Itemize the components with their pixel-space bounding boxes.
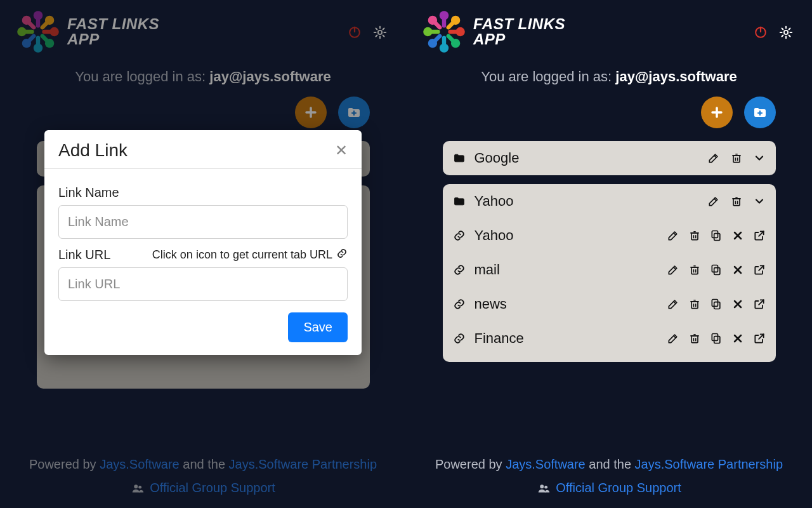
brand-text-1: FAST LINKS <box>473 17 565 32</box>
trash-icon[interactable] <box>730 152 743 164</box>
power-icon[interactable] <box>754 25 768 39</box>
label-link-url: Link URL <box>58 248 110 262</box>
svg-rect-57 <box>432 20 443 30</box>
open-external-icon[interactable] <box>753 264 766 276</box>
add-folder-button[interactable] <box>744 97 776 128</box>
close-icon[interactable] <box>731 264 744 276</box>
link-support[interactable]: Official Group Support <box>556 481 681 495</box>
save-button[interactable]: Save <box>288 312 348 342</box>
svg-rect-53 <box>432 33 443 44</box>
folder-icon <box>453 152 466 164</box>
folder-header[interactable]: Yahoo <box>443 184 776 218</box>
app-logo-icon <box>419 6 469 57</box>
folder-icon <box>453 195 466 208</box>
footer: Powered by Jays.Software and the Jays.So… <box>406 457 812 495</box>
link-name: news <box>475 296 658 312</box>
edit-icon[interactable] <box>667 264 679 276</box>
svg-rect-43 <box>442 17 446 28</box>
link-icon <box>453 298 466 311</box>
link-jays-partnership[interactable]: Jays.Software Partnership <box>635 457 783 471</box>
svg-rect-55 <box>429 30 440 34</box>
edit-icon[interactable] <box>667 298 679 311</box>
link-jays-software[interactable]: Jays.Software <box>506 457 586 471</box>
close-icon[interactable] <box>731 332 744 345</box>
chevron-down-icon[interactable] <box>753 195 766 208</box>
add-link-modal: Add Link ✕ Link Name Link URL Click on i… <box>44 130 362 355</box>
brand-text-2: APP <box>473 32 565 47</box>
link-row: mail <box>453 253 766 287</box>
link-url-input[interactable] <box>58 267 348 301</box>
trash-icon[interactable] <box>730 195 743 208</box>
open-external-icon[interactable] <box>753 229 766 242</box>
grab-url-icon[interactable] <box>336 248 348 262</box>
svg-rect-49 <box>445 33 456 44</box>
label-link-name: Link Name <box>58 185 348 200</box>
link-name: Yahoo <box>475 227 658 244</box>
gear-icon[interactable] <box>779 25 793 39</box>
edit-icon[interactable] <box>707 195 720 208</box>
svg-rect-51 <box>442 36 446 47</box>
link-row: Yahoo <box>453 218 766 253</box>
link-name: Finance <box>475 330 658 347</box>
folder-card: YahooYahoomailnewsFinance <box>443 184 776 362</box>
copy-icon[interactable] <box>710 229 723 242</box>
link-icon <box>453 264 466 276</box>
close-icon[interactable] <box>731 229 744 242</box>
link-name-input[interactable] <box>58 205 348 239</box>
open-external-icon[interactable] <box>753 332 766 345</box>
edit-icon[interactable] <box>667 229 679 242</box>
modal-overlay[interactable]: Add Link ✕ Link Name Link URL Click on i… <box>0 0 406 508</box>
link-name: mail <box>475 262 658 278</box>
chevron-down-icon[interactable] <box>753 152 766 164</box>
edit-icon[interactable] <box>667 332 679 345</box>
login-status: You are logged in as: jay@jays.software <box>481 69 737 85</box>
trash-icon[interactable] <box>688 332 701 345</box>
link-icon <box>453 332 466 345</box>
folder-name: Google <box>475 150 698 166</box>
close-icon[interactable]: ✕ <box>335 142 348 159</box>
folder-header[interactable]: Google <box>443 141 776 175</box>
link-row: Finance <box>453 321 766 356</box>
pane-main: FAST LINKS APP You are logged in as: jay… <box>406 0 812 508</box>
trash-icon[interactable] <box>688 229 701 242</box>
users-icon <box>537 481 551 495</box>
folder-card: Google <box>443 141 776 175</box>
modal-title: Add Link <box>58 140 128 161</box>
copy-icon[interactable] <box>710 264 723 276</box>
trash-icon[interactable] <box>688 264 701 276</box>
folder-name: Yahoo <box>475 193 698 210</box>
brand: FAST LINKS APP <box>419 6 565 57</box>
copy-icon[interactable] <box>710 332 723 345</box>
link-row: news <box>453 287 766 321</box>
svg-rect-47 <box>448 30 459 34</box>
link-icon <box>453 229 466 242</box>
hint-current-tab: Click on icon to get current tab URL <box>152 248 332 262</box>
edit-icon[interactable] <box>707 152 720 164</box>
trash-icon[interactable] <box>688 298 701 311</box>
copy-icon[interactable] <box>710 298 723 311</box>
close-icon[interactable] <box>731 298 744 311</box>
add-link-button[interactable] <box>701 97 733 128</box>
open-external-icon[interactable] <box>753 298 766 311</box>
svg-rect-45 <box>445 20 456 30</box>
pane-add-link: FAST LINKS APP You are logged in as: jay… <box>0 0 406 508</box>
